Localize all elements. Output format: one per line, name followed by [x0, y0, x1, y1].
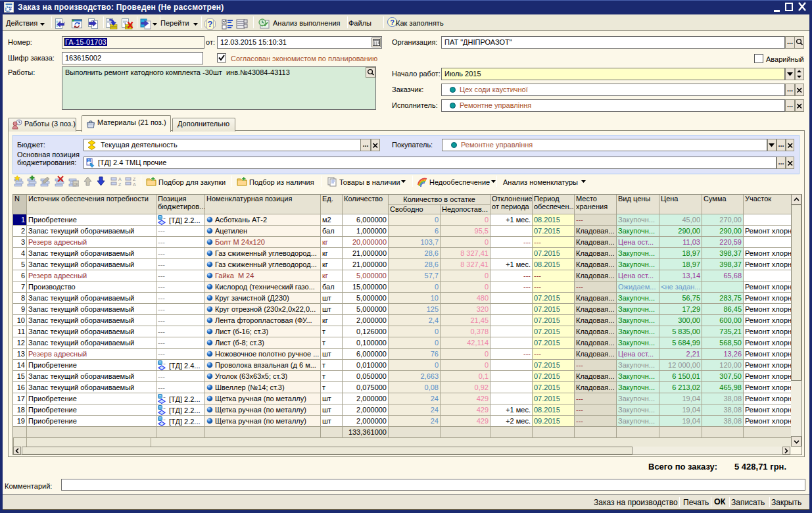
- svg-text:1: 1: [87, 159, 89, 162]
- svg-text:Z: Z: [133, 177, 136, 182]
- svg-text:?: ?: [208, 19, 213, 29]
- svg-text:A: A: [118, 177, 122, 182]
- svg-text:A: A: [133, 182, 136, 187]
- svg-text:OK: OK: [74, 182, 79, 186]
- svg-text:?: ?: [390, 18, 394, 26]
- svg-text:Z: Z: [118, 182, 122, 187]
